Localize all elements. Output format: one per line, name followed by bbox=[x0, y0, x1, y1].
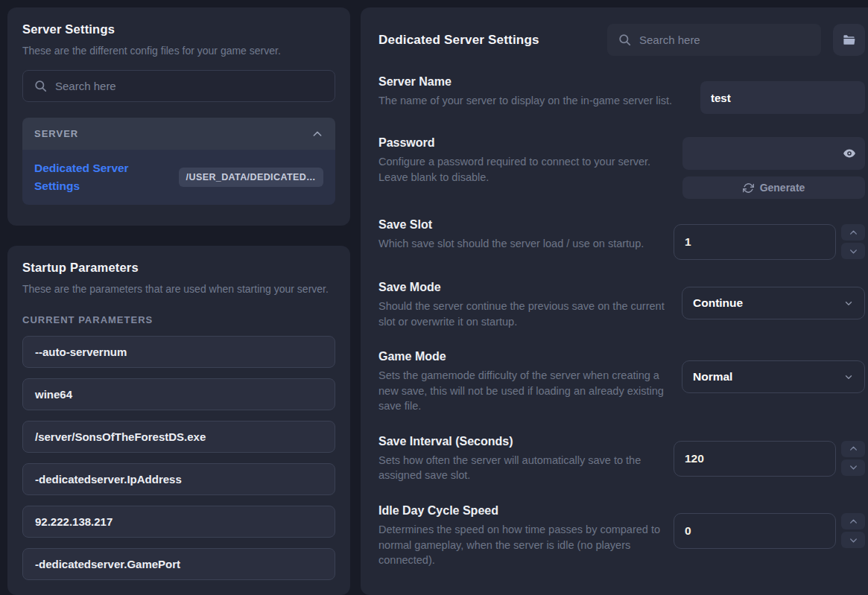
page: Server Settings These are the different … bbox=[0, 0, 868, 595]
config-search bbox=[22, 70, 335, 102]
field-description: Which save slot should the server load /… bbox=[378, 236, 674, 252]
chevron-down-icon bbox=[849, 462, 858, 472]
chevron-up-icon bbox=[849, 517, 858, 526]
server-settings-title: Server Settings bbox=[22, 22, 335, 36]
field-text: Idle Day Cycle Speed Determines the spee… bbox=[378, 504, 674, 568]
parameter-item: /server/SonsOfTheForestDS.exe bbox=[22, 421, 335, 453]
parameter-item: wine64 bbox=[22, 378, 335, 410]
server-settings-panel: Server Settings These are the different … bbox=[7, 7, 350, 226]
generate-label: Generate bbox=[760, 182, 805, 194]
field-description: Configure a password required to connect… bbox=[378, 154, 674, 185]
chevron-up-icon bbox=[311, 128, 323, 140]
chevron-down-icon bbox=[843, 372, 854, 382]
game-mode-select[interactable]: Normal bbox=[682, 360, 865, 393]
server-name-input[interactable] bbox=[700, 81, 865, 114]
section-label: SERVER bbox=[34, 128, 78, 139]
settings-search-input[interactable] bbox=[639, 34, 811, 46]
field-description: Sets the gamemode difficulty of the serv… bbox=[378, 368, 674, 414]
field-game-mode: Game Mode Sets the gamemode difficulty o… bbox=[378, 350, 865, 414]
field-text: Password Configure a password required t… bbox=[378, 136, 674, 185]
game-mode-selected-value: Normal bbox=[693, 370, 732, 384]
search-icon bbox=[34, 79, 48, 93]
section-header-server[interactable]: SERVER bbox=[22, 118, 335, 150]
file-item-dedicated-server-settings[interactable]: Dedicated Server Settings /USER_DATA/DED… bbox=[22, 150, 335, 205]
chevron-down-icon bbox=[849, 246, 858, 256]
save-slot-input[interactable] bbox=[674, 224, 836, 260]
password-input[interactable] bbox=[682, 137, 865, 170]
generate-password-button[interactable]: Generate bbox=[682, 176, 865, 199]
save-mode-select[interactable]: Continue bbox=[682, 287, 865, 319]
field-idle-day-cycle-speed: Idle Day Cycle Speed Determines the spee… bbox=[378, 504, 865, 568]
folder-icon bbox=[842, 33, 856, 47]
eye-icon bbox=[842, 146, 857, 161]
page-title: Dedicated Server Settings bbox=[378, 33, 607, 48]
save-interval-decrement-button[interactable] bbox=[841, 459, 865, 476]
field-text: Save Mode Should the server continue the… bbox=[378, 281, 674, 329]
left-column: Server Settings These are the different … bbox=[7, 7, 350, 595]
startup-parameters-title: Startup Parameters bbox=[22, 261, 335, 275]
field-save-slot: Save Slot Which save slot should the ser… bbox=[378, 218, 865, 260]
field-description: Should the server continue the previous … bbox=[378, 299, 674, 329]
parameter-item: -dedicatedserver.IpAddress bbox=[22, 463, 335, 495]
save-interval-input[interactable] bbox=[674, 441, 836, 477]
field-description: Sets how often the server will automatic… bbox=[378, 453, 674, 483]
field-label: Idle Day Cycle Speed bbox=[378, 504, 674, 518]
field-description: The name of your server to display on th… bbox=[378, 93, 674, 109]
chevron-down-icon bbox=[849, 535, 858, 545]
field-text: Save Slot Which save slot should the ser… bbox=[378, 218, 674, 252]
field-label: Save Interval (Seconds) bbox=[378, 435, 674, 448]
startup-parameters-description: These are the parameters that are used w… bbox=[22, 281, 335, 296]
dedicated-server-settings-panel: Dedicated Server Settings bbox=[361, 7, 868, 595]
toggle-password-visibility-button[interactable] bbox=[841, 145, 858, 162]
idle-day-cycle-increment-button[interactable] bbox=[841, 513, 865, 529]
field-label: Game Mode bbox=[378, 350, 674, 363]
parameter-item: -dedicatedserver.GamePort bbox=[22, 548, 335, 580]
search-icon bbox=[618, 33, 632, 47]
parameter-item: 92.222.138.217 bbox=[22, 506, 335, 538]
field-label: Save Slot bbox=[378, 218, 674, 232]
idle-day-cycle-speed-input[interactable] bbox=[674, 513, 836, 549]
field-save-interval: Save Interval (Seconds) Sets how often t… bbox=[378, 435, 865, 483]
field-server-name: Server Name The name of your server to d… bbox=[378, 75, 865, 114]
startup-parameters-panel: Startup Parameters These are the paramet… bbox=[7, 246, 350, 595]
save-interval-increment-button[interactable] bbox=[841, 441, 865, 457]
refresh-icon bbox=[743, 182, 754, 194]
field-text: Game Mode Sets the gamemode difficulty o… bbox=[378, 350, 674, 414]
field-text: Server Name The name of your server to d… bbox=[378, 75, 674, 109]
main-header: Dedicated Server Settings bbox=[378, 24, 865, 56]
save-slot-decrement-button[interactable] bbox=[841, 243, 865, 259]
field-text: Save Interval (Seconds) Sets how often t… bbox=[378, 435, 674, 483]
parameter-item: --auto-servernum bbox=[22, 336, 335, 368]
field-label: Save Mode bbox=[378, 281, 674, 294]
config-file-list: SERVER Dedicated Server Settings /USER_D… bbox=[22, 118, 335, 205]
file-item-label[interactable]: Dedicated Server Settings bbox=[34, 159, 157, 195]
config-search-input[interactable] bbox=[55, 80, 324, 92]
field-save-mode: Save Mode Should the server continue the… bbox=[378, 281, 865, 329]
chevron-up-icon bbox=[849, 228, 858, 238]
file-path-badge: /USER_DATA/DEDICATED… bbox=[179, 168, 323, 187]
save-mode-selected-value: Continue bbox=[693, 296, 743, 310]
chevron-up-icon bbox=[849, 444, 858, 454]
chevron-down-icon bbox=[843, 298, 854, 308]
open-folder-button[interactable] bbox=[833, 24, 865, 56]
field-password: Password Configure a password required t… bbox=[378, 136, 865, 199]
idle-day-cycle-decrement-button[interactable] bbox=[841, 532, 865, 548]
field-label: Server Name bbox=[378, 75, 674, 89]
settings-search bbox=[607, 24, 821, 56]
field-label: Password bbox=[378, 136, 674, 150]
save-slot-increment-button[interactable] bbox=[841, 224, 865, 241]
current-parameters-label: CURRENT PARAMETERS bbox=[22, 314, 335, 325]
server-settings-description: These are the different config files for… bbox=[22, 43, 335, 58]
field-description: Determines the speed on how time passes … bbox=[378, 522, 674, 568]
